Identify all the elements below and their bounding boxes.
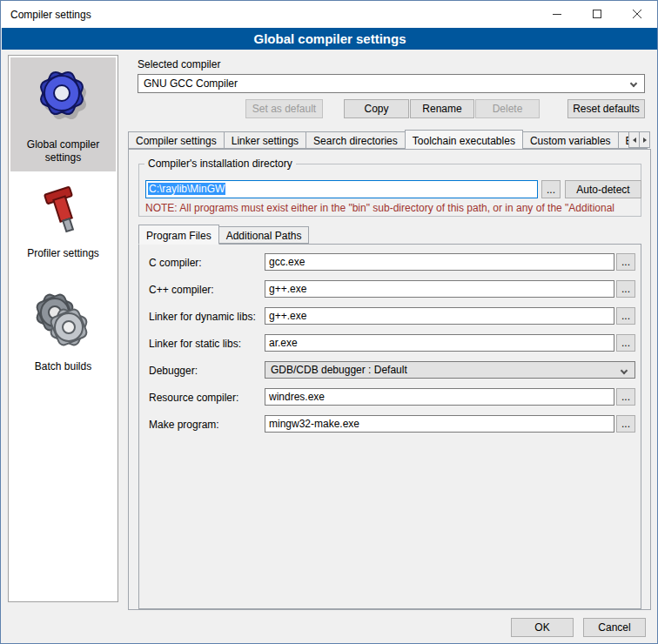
- compiler-settings-dialog: Compiler settings Global compiler settin…: [0, 0, 658, 644]
- cpp-compiler-label: C++ compiler:: [149, 284, 214, 296]
- browse-button[interactable]: ...: [616, 415, 635, 433]
- tab-search-directories[interactable]: Search directories: [306, 131, 406, 149]
- static-linker-input[interactable]: [265, 334, 614, 352]
- blue-gear-icon: [31, 63, 96, 133]
- sidebar-item-label: Batch builds: [35, 360, 91, 373]
- cpp-compiler-input[interactable]: [265, 280, 614, 298]
- browse-button[interactable]: ...: [616, 334, 635, 352]
- dynamic-linker-input[interactable]: [265, 307, 614, 325]
- sidebar-item-label: Global compiler settings: [10, 138, 116, 164]
- rename-button[interactable]: Rename: [410, 99, 474, 118]
- tab-scroll-buttons: [629, 131, 650, 148]
- sidebar-item-global-compiler-settings[interactable]: Global compiler settings: [10, 57, 116, 171]
- set-as-default-button[interactable]: Set as default: [245, 99, 323, 118]
- subtab-additional-paths[interactable]: Additional Paths: [218, 226, 310, 244]
- tab-scroll-right-button[interactable]: [639, 131, 650, 148]
- browse-button[interactable]: ...: [616, 253, 635, 271]
- note-text: NOTE: All programs must exist either in …: [145, 202, 641, 214]
- make-program-input[interactable]: [265, 415, 614, 433]
- selected-compiler-dropdown[interactable]: GNU GCC Compiler: [138, 74, 645, 93]
- resource-compiler-input[interactable]: [265, 388, 614, 406]
- browse-button[interactable]: ...: [616, 307, 635, 325]
- main-tabstrip: Compiler settings Linker settings Search…: [128, 129, 651, 149]
- sidebar-item-batch-builds[interactable]: Batch builds: [10, 290, 116, 373]
- tab-linker-settings[interactable]: Linker settings: [224, 131, 306, 149]
- chevron-down-icon: [630, 80, 637, 87]
- window-title: Compiler settings: [10, 9, 91, 21]
- copy-button[interactable]: Copy: [344, 99, 409, 118]
- tab-custom-variables[interactable]: Custom variables: [522, 131, 619, 149]
- page-title: Global compiler settings: [2, 28, 658, 50]
- c-compiler-input[interactable]: [265, 253, 614, 271]
- sidebar: Global compiler settings Profiler settin…: [8, 55, 118, 602]
- profiler-icon: [36, 184, 91, 242]
- static-linker-label: Linker for static libs:: [149, 338, 241, 350]
- auto-detect-button[interactable]: Auto-detect: [565, 180, 641, 198]
- maximize-icon: [593, 10, 602, 19]
- installation-directory-input[interactable]: C:\raylib\MinGW: [145, 180, 538, 198]
- ok-button[interactable]: OK: [511, 618, 574, 637]
- dynamic-linker-label: Linker for dynamic libs:: [149, 311, 256, 323]
- make-program-label: Make program:: [149, 419, 219, 431]
- gray-gears-icon: [32, 290, 95, 355]
- browse-button[interactable]: ...: [616, 388, 635, 406]
- sub-tabstrip: Program Files Additional Paths: [138, 225, 308, 244]
- browse-directory-button[interactable]: ...: [541, 180, 561, 198]
- chevron-down-icon: [621, 367, 628, 374]
- minimize-button[interactable]: [537, 1, 577, 28]
- maximize-button[interactable]: [577, 1, 617, 28]
- close-icon: [633, 10, 642, 19]
- close-button[interactable]: [617, 1, 657, 28]
- browse-button[interactable]: ...: [616, 280, 635, 298]
- tab-toolchain-executables[interactable]: Toolchain executables: [405, 130, 523, 149]
- subtab-program-files[interactable]: Program Files: [138, 225, 219, 245]
- minimize-icon: [553, 10, 562, 19]
- tab-compiler-settings[interactable]: Compiler settings: [128, 131, 225, 149]
- arrow-left-icon: [631, 137, 638, 144]
- titlebar: Compiler settings: [1, 1, 657, 28]
- selected-compiler-label: Selected compiler: [138, 58, 220, 70]
- sidebar-item-profiler-settings[interactable]: Profiler settings: [10, 184, 116, 260]
- resource-compiler-label: Resource compiler:: [149, 392, 238, 404]
- selected-compiler-value: GNU GCC Compiler: [144, 77, 238, 90]
- debugger-label: Debugger:: [149, 365, 198, 377]
- delete-button[interactable]: Delete: [475, 99, 540, 118]
- c-compiler-label: C compiler:: [149, 257, 202, 269]
- installation-directory-group-label: Compiler's installation directory: [144, 158, 296, 170]
- debugger-value: GDB/CDB debugger : Default: [271, 364, 407, 376]
- installation-directory-value: C:\raylib\MinGW: [148, 183, 225, 195]
- cancel-button[interactable]: Cancel: [583, 618, 646, 637]
- debugger-dropdown[interactable]: GDB/CDB debugger : Default: [265, 361, 635, 379]
- reset-defaults-button[interactable]: Reset defaults: [567, 99, 645, 118]
- arrow-right-icon: [641, 137, 648, 144]
- window-controls: [537, 1, 657, 28]
- sidebar-item-label: Profiler settings: [27, 247, 99, 260]
